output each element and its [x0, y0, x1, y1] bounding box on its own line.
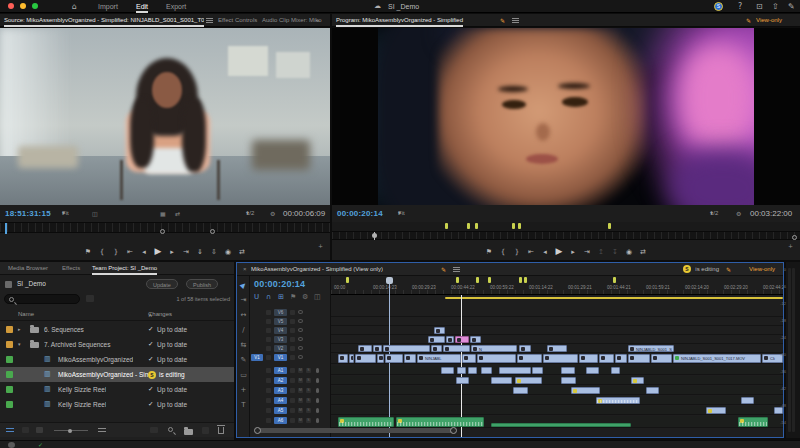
project-row[interactable]: ▸6. Sequences✓Up to date	[0, 322, 234, 337]
audio-clip-mixer-tab[interactable]: Audio Clip Mixer: Miko	[262, 14, 322, 27]
mark-out-button[interactable]: }	[510, 242, 524, 262]
program-scrubber[interactable]	[332, 231, 800, 240]
insert-button[interactable]: ⇓	[193, 242, 207, 262]
ripple-edit-tool[interactable]: ↔	[237, 308, 250, 323]
clip[interactable]	[646, 387, 659, 394]
program-video-frame[interactable]	[332, 28, 800, 205]
sync-lock-icon[interactable]	[290, 378, 295, 383]
solo-icon[interactable]: S	[306, 418, 311, 423]
filter-bin-icon[interactable]	[86, 295, 94, 302]
track-target-A4[interactable]: A4	[274, 397, 287, 404]
clip[interactable]	[383, 345, 430, 352]
sync-lock-icon[interactable]	[290, 355, 295, 360]
clip[interactable]	[547, 345, 567, 352]
timeline-timecode[interactable]: 00:00:20:14	[254, 279, 305, 289]
minimize-window-button[interactable]	[20, 3, 26, 9]
clip[interactable]	[491, 423, 631, 427]
sync-lock-icon[interactable]	[290, 319, 295, 324]
mark-out-button[interactable]: }	[109, 242, 123, 262]
clip[interactable]	[706, 407, 726, 414]
clip[interactable]	[468, 367, 477, 374]
project-row[interactable]: ▥MikoAssemblyvOrganized - SimplifiedSis …	[0, 367, 234, 382]
export-frame-button[interactable]: ◉	[622, 242, 636, 262]
clip[interactable]	[456, 377, 469, 384]
tab-overflow-icon[interactable]: »	[316, 14, 319, 27]
sync-lock-icon[interactable]	[290, 310, 295, 315]
clip[interactable]	[599, 354, 614, 363]
publish-button[interactable]: Publish	[186, 279, 218, 289]
track-lane-V4[interactable]	[331, 326, 783, 335]
go-to-out-button[interactable]: ⇥	[179, 242, 193, 262]
project-row[interactable]: ▥Kelly Sizzle Reel✓Up to date	[0, 382, 234, 397]
sequence-marker[interactable]	[445, 223, 448, 229]
clip[interactable]	[571, 387, 600, 394]
step-forward-button[interactable]: ▸	[165, 242, 179, 262]
clip[interactable]	[470, 336, 481, 343]
source-zoom-select[interactable]: Fit ▾	[62, 206, 65, 221]
find-icon[interactable]	[168, 427, 173, 432]
clip[interactable]	[596, 397, 640, 404]
clip[interactable]	[611, 367, 620, 374]
step-forward-button[interactable]: ▸	[566, 242, 580, 262]
program-timecode[interactable]: 00:00:20:14	[337, 206, 383, 221]
clip[interactable]	[385, 354, 403, 363]
timeline-marker[interactable]	[476, 277, 479, 283]
scrubber-handle[interactable]	[210, 229, 215, 234]
sequence-marker[interactable]	[475, 223, 478, 229]
clip[interactable]	[532, 367, 543, 374]
clip[interactable]	[628, 354, 650, 363]
track-lane-A3[interactable]	[331, 386, 783, 395]
snap-icon[interactable]: U	[254, 293, 259, 301]
mic-icon[interactable]	[316, 408, 319, 413]
sync-lock-icon[interactable]	[290, 328, 295, 333]
program-zoom-select[interactable]: Fit ▾	[398, 206, 401, 221]
mute-icon[interactable]: M	[298, 378, 303, 383]
clip-NINJABL[interactable]: NINJABL	[417, 354, 461, 363]
track-target-A1[interactable]: A1	[274, 367, 287, 374]
clip[interactable]	[373, 345, 382, 352]
track-target-V3[interactable]: V3	[274, 336, 287, 343]
timeline-marker[interactable]	[488, 277, 491, 283]
clip[interactable]	[338, 354, 348, 363]
playhead-handle[interactable]	[386, 277, 393, 284]
go-to-in-button[interactable]: ⇤	[123, 242, 137, 262]
clip[interactable]	[455, 336, 469, 343]
timeline-marker[interactable]	[346, 277, 349, 283]
drag-av-button[interactable]: ⇄	[235, 242, 249, 262]
clip[interactable]	[774, 407, 783, 414]
clip[interactable]	[586, 367, 599, 374]
home-icon[interactable]: ⌂	[72, 0, 77, 13]
track-target-V1[interactable]: V1	[274, 354, 287, 361]
go-to-in-button[interactable]: ⇤	[524, 242, 538, 262]
play-button[interactable]: ▶	[552, 241, 566, 261]
compare-icon[interactable]: ⇄	[175, 206, 180, 221]
add-marker-button[interactable]: ⚑	[482, 242, 496, 262]
solo-icon[interactable]: S	[306, 378, 311, 383]
clip[interactable]	[615, 354, 627, 363]
clip[interactable]	[579, 354, 598, 363]
solo-icon[interactable]: S	[306, 398, 311, 403]
zoom-slider-handle[interactable]	[68, 429, 72, 433]
source-playhead[interactable]	[5, 223, 7, 234]
track-target-A3[interactable]: A3	[274, 387, 287, 394]
drag-av-button[interactable]: ⇄	[636, 242, 650, 262]
solo-icon[interactable]: S	[306, 368, 311, 373]
clip[interactable]	[519, 345, 531, 352]
clip[interactable]	[428, 336, 445, 343]
automate-sequence-icon[interactable]	[150, 427, 158, 433]
track-lane-A1[interactable]	[331, 366, 783, 375]
panel-menu-icon[interactable]	[206, 18, 213, 23]
program-resolution-select[interactable]: 1/2 ▾	[710, 206, 713, 221]
track-target-A2[interactable]: A2	[274, 377, 287, 384]
clip[interactable]	[741, 397, 754, 404]
panel-options-icon[interactable]: ◫	[314, 293, 321, 301]
clip[interactable]	[499, 367, 531, 374]
settings-grid-icon[interactable]: ▦	[160, 206, 166, 221]
label-color-chip[interactable]	[6, 341, 13, 348]
freeform-view-icon[interactable]	[36, 427, 43, 433]
track-output-eye-icon[interactable]	[298, 328, 303, 332]
sort-icon[interactable]	[98, 428, 106, 434]
update-button[interactable]: Update	[146, 279, 178, 289]
track-target-V4[interactable]: V4	[274, 327, 287, 334]
marker-icon[interactable]: ⚑	[290, 293, 296, 301]
